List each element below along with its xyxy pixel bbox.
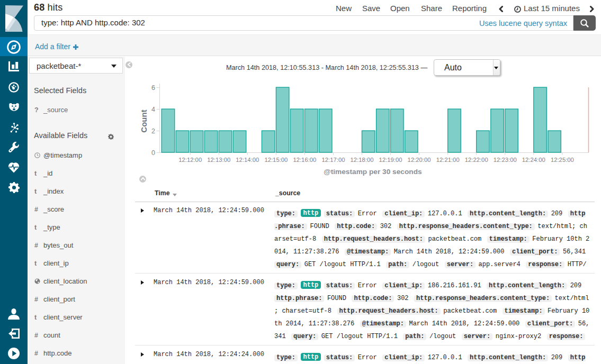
- svg-text:12:21:00: 12:21:00: [436, 157, 460, 163]
- svg-text:12:14:00: 12:14:00: [236, 157, 259, 163]
- svg-text:12:24:00: 12:24:00: [522, 157, 545, 163]
- svg-text:2: 2: [151, 128, 155, 135]
- svg-text:12:15:00: 12:15:00: [264, 157, 288, 163]
- svg-text:12:20:00: 12:20:00: [408, 157, 431, 163]
- svg-text:12:22:00: 12:22:00: [465, 157, 488, 163]
- svg-text:12:23:00: 12:23:00: [494, 157, 517, 163]
- svg-text:12:17:00: 12:17:00: [322, 157, 345, 163]
- svg-text:12:16:00: 12:16:00: [293, 157, 316, 163]
- svg-text:@timestamp per 30 seconds: @timestamp per 30 seconds: [324, 168, 422, 176]
- svg-text:12:13:00: 12:13:00: [207, 157, 230, 163]
- svg-text:Count: Count: [139, 110, 148, 132]
- svg-text:12:19:00: 12:19:00: [379, 157, 402, 163]
- svg-text:4: 4: [151, 106, 155, 113]
- svg-text:March 14th 2018, 12:10:55.313: March 14th 2018, 12:10:55.313 - March 14…: [226, 64, 427, 71]
- svg-text:12:12:00: 12:12:00: [178, 157, 202, 163]
- svg-text:12:18:00: 12:18:00: [351, 157, 374, 163]
- svg-text:12:25:00: 12:25:00: [551, 157, 574, 163]
- svg-text:0: 0: [151, 149, 155, 157]
- svg-text:6: 6: [151, 84, 155, 92]
